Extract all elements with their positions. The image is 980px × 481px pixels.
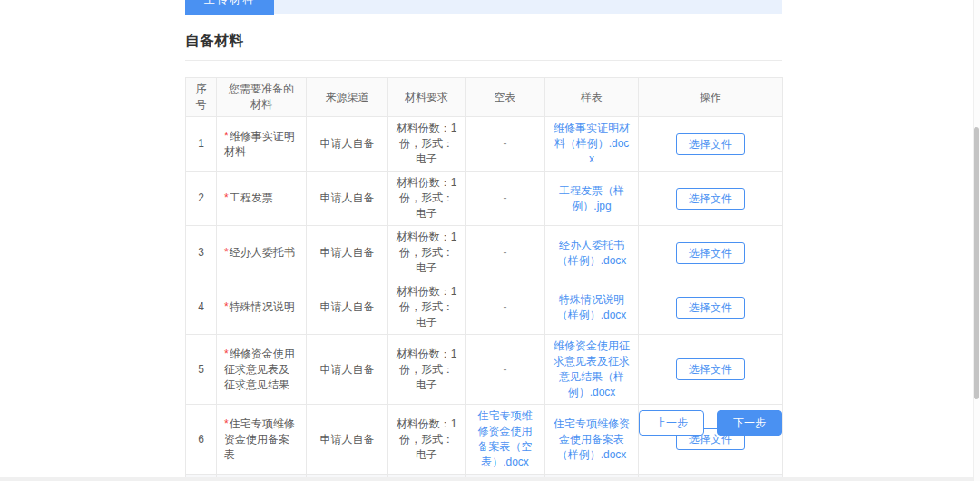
cell-action: 选择文件 xyxy=(639,280,783,335)
cell-sample-form: 工程发票（样例）.jpg xyxy=(545,172,639,226)
cell-source: 申请人自备 xyxy=(307,117,388,172)
cell-material-name: *工程发票 xyxy=(217,172,307,226)
cell-source: 申请人自备 xyxy=(307,335,388,405)
cell-blank-form: - xyxy=(466,226,545,280)
step-actions: 上一步 下一步 xyxy=(185,410,782,436)
required-asterisk: * xyxy=(224,246,229,259)
sample-form-link[interactable]: 特殊情况说明（样例）.docx xyxy=(557,293,627,321)
material-name-text: 维修资金使用征求意见表及征求意见结果 xyxy=(224,348,295,391)
blank-form-empty: - xyxy=(504,363,507,376)
cell-blank-form: - xyxy=(466,172,545,226)
col-header-requirement: 材料要求 xyxy=(388,78,466,117)
cell-requirement: 材料份数：1份，形式：电子 xyxy=(388,335,466,405)
sample-form-link[interactable]: 维修事实证明材料（样例）.docx xyxy=(554,122,630,165)
cell-blank-form: - xyxy=(466,117,545,172)
table-row: 1 *维修事实证明材料 申请人自备 材料份数：1份，形式：电子 - 维修事实证明… xyxy=(186,117,783,172)
cell-index: 1 xyxy=(186,117,217,172)
required-asterisk: * xyxy=(224,348,229,360)
required-asterisk: * xyxy=(224,191,229,204)
cell-source: 申请人自备 xyxy=(307,172,388,226)
required-asterisk: * xyxy=(224,300,229,313)
material-name-text: 工程发票 xyxy=(230,191,273,204)
cell-index: 4 xyxy=(186,280,217,335)
cell-sample-form: 特殊情况说明（样例）.docx xyxy=(545,280,639,335)
next-step-button[interactable]: 下一步 xyxy=(717,410,782,436)
material-name-text: 经办人委托书 xyxy=(230,246,295,259)
cell-requirement: 材料份数：1份，形式：电子 xyxy=(388,280,466,335)
cell-material-name: *维修事实证明材料 xyxy=(217,117,307,172)
scrollbar-track[interactable] xyxy=(973,0,980,481)
sample-form-link[interactable]: 经办人委托书（样例）.docx xyxy=(557,239,627,267)
col-header-blank-form: 空表 xyxy=(466,78,545,117)
previous-step-button[interactable]: 上一步 xyxy=(639,410,704,436)
scrollbar-thumb[interactable] xyxy=(974,127,979,399)
cell-action: 选择文件 xyxy=(639,117,783,172)
sample-form-link[interactable]: 工程发票（样例）.jpg xyxy=(559,184,624,212)
blank-form-empty: - xyxy=(504,246,507,259)
cell-action: 选择文件 xyxy=(639,226,783,280)
blank-form-empty: - xyxy=(504,300,507,313)
blank-form-empty: - xyxy=(504,137,507,150)
material-name-text: 特殊情况说明 xyxy=(230,300,295,313)
page-title: 自备材料 xyxy=(185,32,243,51)
cell-blank-form: - xyxy=(466,280,545,335)
col-header-material: 您需要准备的材料 xyxy=(217,78,307,117)
cell-source: 申请人自备 xyxy=(307,280,388,335)
cell-requirement: 材料份数：1份，形式：电子 xyxy=(388,117,466,172)
cell-index: 2 xyxy=(186,172,217,226)
tab-bar: 上传材料 xyxy=(185,0,782,14)
table-row: 2 *工程发票 申请人自备 材料份数：1份，形式：电子 - 工程发票（样例）.j… xyxy=(186,172,783,226)
required-asterisk: * xyxy=(224,130,229,142)
cell-material-name: *特殊情况说明 xyxy=(217,280,307,335)
cell-action: 选择文件 xyxy=(639,172,783,226)
col-header-source: 来源渠道 xyxy=(307,78,388,117)
choose-file-button[interactable]: 选择文件 xyxy=(676,358,745,380)
cell-requirement: 材料份数：1份，形式：电子 xyxy=(388,226,466,280)
col-header-index: 序号 xyxy=(186,78,217,117)
cell-action: 选择文件 xyxy=(639,335,783,405)
tab-upload-materials-label: 上传材料 xyxy=(185,0,274,5)
cell-blank-form: - xyxy=(466,335,545,405)
cell-index: 5 xyxy=(186,335,217,405)
choose-file-button[interactable]: 选择文件 xyxy=(676,297,745,319)
material-name-text: 维修事实证明材料 xyxy=(224,130,295,158)
cell-requirement: 材料份数：1份，形式：电子 xyxy=(388,172,466,226)
blank-form-empty: - xyxy=(504,191,507,204)
page-footer-strip xyxy=(0,477,980,481)
col-header-action: 操作 xyxy=(639,78,783,117)
cell-sample-form: 维修资金使用征求意见表及征求意见结果（样例）.docx xyxy=(545,335,639,405)
choose-file-button[interactable]: 选择文件 xyxy=(676,133,745,155)
tab-upload-materials[interactable]: 上传材料 xyxy=(185,0,274,15)
cell-sample-form: 经办人委托书（样例）.docx xyxy=(545,226,639,280)
table-header-row: 序号 您需要准备的材料 来源渠道 材料要求 空表 样表 操作 xyxy=(186,78,783,117)
cell-index: 3 xyxy=(186,226,217,280)
choose-file-button[interactable]: 选择文件 xyxy=(676,188,745,210)
cell-material-name: *经办人委托书 xyxy=(217,226,307,280)
table-row: 4 *特殊情况说明 申请人自备 材料份数：1份，形式：电子 - 特殊情况说明（样… xyxy=(186,280,783,335)
table-row: 5 *维修资金使用征求意见表及征求意见结果 申请人自备 材料份数：1份，形式：电… xyxy=(186,335,783,405)
cell-source: 申请人自备 xyxy=(307,226,388,280)
cell-material-name: *维修资金使用征求意见表及征求意见结果 xyxy=(217,335,307,405)
sample-form-link[interactable]: 维修资金使用征求意见表及征求意见结果（样例）.docx xyxy=(554,339,630,398)
table-row: 3 *经办人委托书 申请人自备 材料份数：1份，形式：电子 - 经办人委托书（样… xyxy=(186,226,783,280)
cell-sample-form: 维修事实证明材料（样例）.docx xyxy=(545,117,639,172)
choose-file-button[interactable]: 选择文件 xyxy=(676,242,745,264)
title-divider xyxy=(185,60,782,61)
col-header-sample-form: 样表 xyxy=(545,78,639,117)
